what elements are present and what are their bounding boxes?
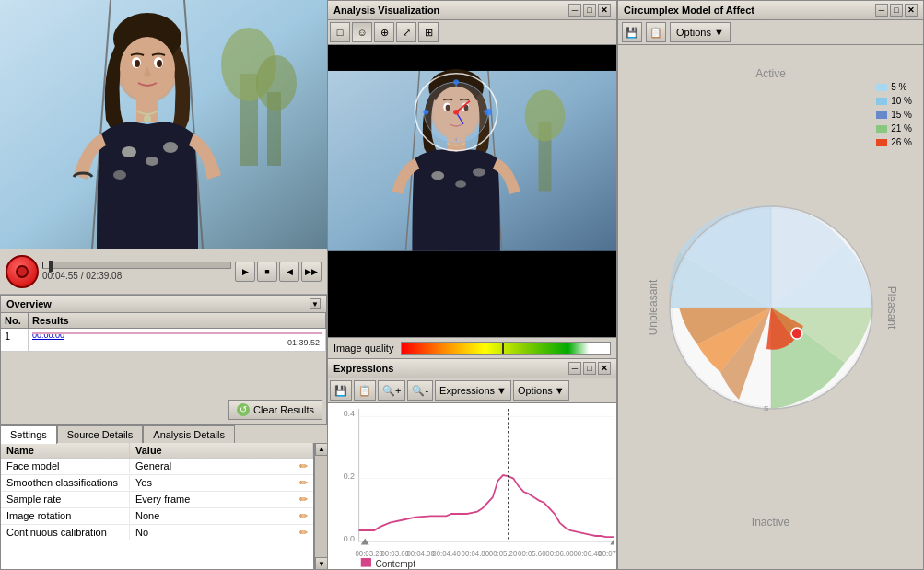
- setting-row-image-rotation: Image rotation None ✏: [1, 508, 313, 525]
- svg-text:0.4: 0.4: [344, 409, 355, 418]
- scroll-thumb-area[interactable]: [315, 456, 327, 558]
- rewind-button[interactable]: ◀: [279, 262, 299, 282]
- settings-scrollbar[interactable]: ▲ ▼: [314, 443, 327, 571]
- svg-point-48: [453, 79, 459, 85]
- edit-sample-rate-icon[interactable]: ✏: [299, 494, 308, 506]
- expressions-titlebar: Expressions ─ □ ✕: [328, 359, 616, 378]
- save-as-expr-btn[interactable]: 📋: [354, 380, 376, 401]
- zoom-out-expr-btn[interactable]: 🔍-: [407, 380, 433, 401]
- svg-rect-21: [328, 251, 616, 337]
- forward-button[interactable]: ▶▶: [301, 262, 322, 282]
- col-results: Results: [29, 313, 326, 328]
- clear-results-button[interactable]: ↺ Clear Results: [228, 400, 322, 420]
- tab-settings[interactable]: Settings: [0, 425, 57, 444]
- end-time: 01:39.52: [287, 338, 320, 347]
- edit-face-model-icon[interactable]: ✏: [299, 460, 308, 472]
- expressions-dropdown-btn[interactable]: Expressions ▼: [435, 380, 511, 401]
- quality-marker: [502, 343, 504, 354]
- play-button[interactable]: ▶: [235, 262, 255, 282]
- setting-row-face-model: Face model General ✏: [1, 459, 313, 475]
- legend-color-21: [876, 125, 887, 133]
- stop-button[interactable]: ■: [257, 262, 277, 282]
- svg-text:S: S: [764, 404, 768, 413]
- smoothen-value: Yes: [135, 477, 152, 488]
- options-label: Options: [676, 27, 711, 38]
- controls-bar: 00:04.55 / 02:39.08 ▶ ■ ◀ ▶▶: [0, 249, 327, 295]
- expr-minimize-btn[interactable]: ─: [568, 362, 581, 375]
- setting-name-smoothen: Smoothen classifications: [1, 475, 130, 490]
- svg-point-49: [423, 110, 428, 115]
- tab-source-details[interactable]: Source Details: [57, 425, 144, 443]
- setting-row-smoothen: Smoothen classifications Yes ✏: [1, 475, 313, 492]
- legend-color-5: [876, 84, 887, 91]
- circ-close-btn[interactable]: ✕: [905, 4, 918, 17]
- overview-collapse-btn[interactable]: ▼: [310, 298, 321, 309]
- clear-btn-row: ↺ Clear Results: [1, 396, 326, 424]
- viz-tool-square[interactable]: □: [330, 22, 350, 42]
- viz-tool-arrows[interactable]: ⤢: [396, 22, 416, 42]
- setting-value-face-model: General ✏: [130, 459, 313, 474]
- viz-tool-face[interactable]: ☺: [352, 22, 372, 42]
- circ-copy-btn[interactable]: 📋: [646, 22, 666, 42]
- circumplex-titlebar: Circumplex Model of Affect ─ □ ✕: [618, 1, 923, 20]
- expressions-window-btns: ─ □ ✕: [568, 362, 611, 375]
- circumplex-options-btn[interactable]: Options ▼: [670, 22, 731, 42]
- svg-text:00:05.20: 00:05.20: [489, 549, 518, 557]
- close-btn[interactable]: ✕: [598, 4, 611, 17]
- legend-item-5: 5 %: [876, 82, 912, 92]
- scroll-down-btn[interactable]: ▼: [315, 557, 327, 570]
- video-area: [0, 0, 327, 249]
- image-quality-label: Image quality: [333, 343, 393, 354]
- col-no: No.: [1, 313, 29, 328]
- edit-continuous-cal-icon[interactable]: ✏: [299, 527, 308, 539]
- overview-header: Overview ▼: [1, 296, 326, 313]
- setting-name-continuous-cal: Continuous calibration: [1, 525, 130, 540]
- setting-name-sample-rate: Sample rate: [1, 492, 130, 506]
- expressions-toolbar: 💾 📋 🔍+ 🔍- Expressions ▼ Options ▼: [328, 378, 616, 403]
- image-rotation-value: None: [135, 510, 159, 521]
- svg-point-12: [135, 60, 140, 67]
- tab-analysis-details[interactable]: Analysis Details: [143, 425, 235, 443]
- edit-smoothen-icon[interactable]: ✏: [299, 477, 308, 489]
- viz-tool-target[interactable]: ⊕: [374, 22, 394, 42]
- record-button[interactable]: [6, 255, 39, 288]
- svg-text:Contempt: Contempt: [375, 558, 415, 568]
- zoom-in-expr-btn[interactable]: 🔍+: [378, 380, 405, 401]
- circumplex-container: Circumplex Model of Affect ─ □ ✕ 💾 📋 Opt…: [617, 0, 924, 570]
- settings-tabs: Settings Source Details Analysis Details: [0, 425, 327, 443]
- circumplex-legend: 5 % 10 % 15 % 21 %: [876, 82, 912, 147]
- minimize-btn[interactable]: ─: [568, 4, 581, 17]
- circ-maximize-btn[interactable]: □: [890, 4, 903, 17]
- face-model-value: General: [135, 460, 171, 471]
- circ-minimize-btn[interactable]: ─: [875, 4, 888, 17]
- svg-text:00:07.20: 00:07.20: [598, 549, 616, 557]
- expr-maximize-btn[interactable]: □: [583, 362, 596, 375]
- legend-item-21: 21 %: [876, 123, 912, 134]
- maximize-btn[interactable]: □: [583, 4, 596, 17]
- overview-title: Overview: [6, 298, 52, 309]
- circumplex-chart: Active Inactive Pleasant Unpleasant 5 % …: [618, 45, 923, 569]
- result-bar: [32, 332, 322, 334]
- save-expr-btn[interactable]: 💾: [330, 380, 352, 401]
- viz-toolbar: □ ☺ ⊕ ⤢ ⊞: [327, 19, 617, 44]
- viz-tool-zoom[interactable]: ⊞: [418, 22, 439, 42]
- options-btn[interactable]: Options ▼: [513, 380, 569, 401]
- circ-save-btn[interactable]: 💾: [622, 22, 642, 42]
- pleasant-label: Pleasant: [886, 285, 899, 329]
- svg-point-18: [113, 170, 126, 180]
- svg-text:00:03.20: 00:03.20: [355, 549, 383, 557]
- legend-label-5: 5 %: [891, 82, 906, 92]
- table-row[interactable]: 1 00:00.00 01:39.52: [1, 329, 326, 352]
- setting-value-continuous-cal: No ✏: [130, 525, 313, 541]
- timeline-track[interactable]: [42, 262, 231, 269]
- svg-point-19: [144, 115, 151, 122]
- setting-value-sample-rate: Every frame ✏: [130, 492, 313, 507]
- edit-image-rotation-icon[interactable]: ✏: [299, 510, 308, 522]
- legend-item-15: 15 %: [876, 110, 912, 120]
- setting-row-sample-rate: Sample rate Every frame ✏: [1, 492, 313, 508]
- row-results: 00:00.00 01:39.52: [29, 329, 326, 351]
- svg-point-37: [473, 168, 485, 176]
- legend-color-26: [876, 139, 887, 146]
- expr-close-btn[interactable]: ✕: [598, 362, 611, 375]
- scroll-up-btn[interactable]: ▲: [315, 443, 327, 456]
